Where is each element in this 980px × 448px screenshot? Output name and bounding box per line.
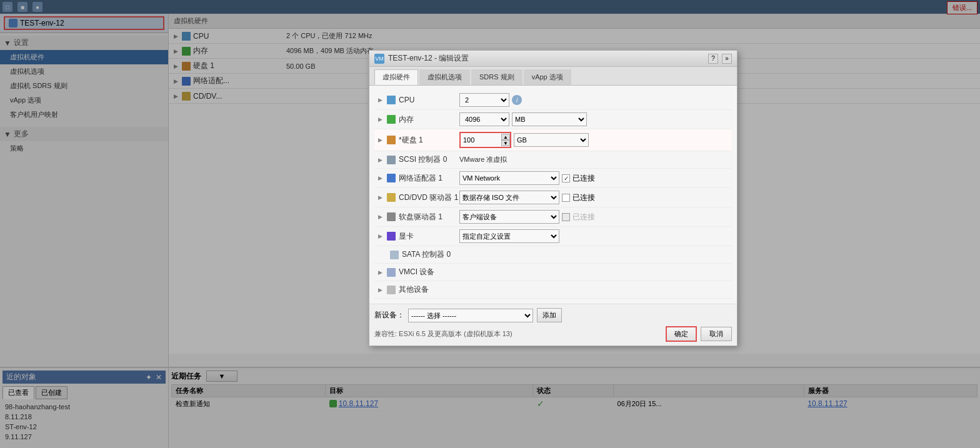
modal-expand-mem[interactable]: ▶ [378, 116, 382, 122]
modal-footer: 新设备： ------ 选择 ------ 添加 兼容性: ESXi 6.5 及… [369, 304, 737, 346]
tab-vapp-options[interactable]: vApp 选项 [524, 69, 571, 85]
modal-help-btn[interactable]: ? [708, 54, 718, 64]
modal-scsi-control: VMware 准虚拟 [459, 155, 728, 164]
new-device-label: 新设备： [374, 310, 404, 321]
display-select[interactable]: 指定自定义设置 [459, 229, 559, 243]
ok-button[interactable]: 确定 [666, 326, 697, 342]
add-device-button[interactable]: 添加 [537, 308, 562, 322]
modal-net-text: 网络适配器 1 [399, 173, 442, 184]
modal-row-display: ▶ 显卡 指定自定义设置 [374, 227, 732, 246]
modal-display-icon [387, 232, 396, 241]
modal-tabs: 虚拟硬件 虚拟机选项 SDRS 规则 vApp 选项 [369, 67, 737, 86]
new-device-select[interactable]: ------ 选择 ------ [408, 309, 533, 322]
modal-label-floppy: ▶ 软盘驱动器 1 [378, 212, 459, 222]
cd-connected-checkbox[interactable] [562, 194, 570, 202]
disk-size-input[interactable] [461, 133, 501, 147]
floppy-connected-label: 已连接 [572, 212, 595, 222]
modal-row-scsi: ▶ SCSI 控制器 0 VMware 准虚拟 [374, 151, 732, 169]
tab-sdrs-rules[interactable]: SDRS 规则 [471, 69, 522, 85]
disk-unit-select[interactable]: GBMBTB [514, 133, 589, 147]
modal-titlebar: VM TEST-env-12 - 编辑设置 ? » [369, 51, 737, 67]
modal-disk-text: *硬盘 1 [399, 135, 423, 146]
new-device-row: 新设备： ------ 选择 ------ 添加 [374, 308, 732, 322]
modal-expand-btn[interactable]: » [722, 54, 732, 64]
modal-cpu-icon [387, 96, 396, 104]
modal-floppy-control: 客户端设备 已连接 [459, 210, 728, 224]
modal-mem-control: 4096512102420488192 MBGB [459, 112, 728, 126]
modal-label-vmci: ▶ VMCI 设备 [378, 267, 459, 277]
modal-display-control: 指定自定义设置 [459, 229, 728, 243]
modal-expand-display[interactable]: ▶ [378, 233, 382, 239]
cancel-button[interactable]: 取消 [701, 327, 732, 341]
floppy-connected-checkbox[interactable] [562, 213, 570, 221]
modal-sata-icon [390, 251, 399, 259]
modal-cpu-control: 2148 i [459, 93, 728, 107]
cd-select[interactable]: 数据存储 ISO 文件 [459, 191, 559, 204]
modal-row-vmci: ▶ VMCI 设备 [374, 264, 732, 281]
cpu-info-icon[interactable]: i [512, 95, 522, 105]
modal-row-sata: SATA 控制器 0 [374, 246, 732, 264]
modal-vmci-icon [387, 268, 396, 277]
modal-controls: ? » [708, 54, 732, 64]
mem-value-select[interactable]: 4096512102420488192 [459, 112, 509, 126]
modal-action-buttons: 确定 取消 [666, 326, 732, 342]
modal-other-text: 其他设备 [399, 284, 429, 295]
modal-row-floppy: ▶ 软盘驱动器 1 客户端设备 已连接 [374, 207, 732, 227]
modal-expand-floppy[interactable]: ▶ [378, 214, 382, 220]
modal-other-icon [387, 286, 396, 294]
modal-disk-control: ▲ ▼ GBMBTB [459, 132, 728, 148]
modal-label-cpu: ▶ CPU [378, 96, 459, 104]
modal-row-other: ▶ 其他设备 [374, 281, 732, 299]
tab-virtual-hardware[interactable]: 虚拟硬件 [374, 69, 418, 85]
cpu-count-select[interactable]: 2148 [459, 93, 509, 107]
modal-expand-vmci[interactable]: ▶ [378, 269, 382, 276]
mem-unit-select[interactable]: MBGB [512, 112, 587, 126]
modal-floppy-text: 软盘驱动器 1 [399, 212, 442, 222]
disk-spin-btn[interactable]: ▲ ▼ [501, 134, 510, 146]
compat-label: 兼容性: ESXi 6.5 及更高版本 (虚拟机版本 13) [374, 329, 512, 339]
modal-row-cpu: ▶ CPU 2148 i [374, 91, 732, 110]
edit-settings-modal: VM TEST-env-12 - 编辑设置 ? » 虚拟硬件 虚拟机选项 SDR… [369, 50, 738, 346]
modal-label-sata: SATA 控制器 0 [378, 249, 459, 260]
modal-expand-disk[interactable]: ▶ [378, 137, 382, 143]
modal-label-disk: ▶ *硬盘 1 [378, 135, 459, 146]
modal-expand-scsi[interactable]: ▶ [378, 157, 382, 163]
modal-expand-other[interactable]: ▶ [378, 287, 382, 293]
modal-title-area: VM TEST-env-12 - 编辑设置 [374, 53, 469, 64]
scsi-value: VMware 准虚拟 [459, 155, 507, 164]
modal-sata-text: SATA 控制器 0 [402, 249, 451, 260]
modal-label-cd: ▶ CD/DVD 驱动器 1 [378, 192, 459, 203]
modal-label-mem: ▶ 内存 [378, 114, 459, 125]
modal-net-control: VM Network 已连接 [459, 171, 728, 185]
floppy-select[interactable]: 客户端设备 [459, 210, 559, 224]
modal-label-scsi: ▶ SCSI 控制器 0 [378, 154, 459, 165]
modal-row-mem: ▶ 内存 4096512102420488192 MBGB [374, 110, 732, 129]
modal-cd-control: 数据存储 ISO 文件 已连接 [459, 191, 728, 204]
modal-mem-icon [387, 115, 396, 124]
net-connected-label: 已连接 [572, 173, 595, 184]
disk-spin-down[interactable]: ▼ [501, 140, 510, 146]
net-select[interactable]: VM Network [459, 171, 559, 185]
tab-vm-options[interactable]: 虚拟机选项 [419, 69, 470, 85]
modal-scsi-icon [387, 156, 396, 164]
modal-disk-icon [387, 136, 396, 144]
modal-label-net: ▶ 网络适配器 1 [378, 173, 459, 184]
modal-hw-content: ▶ CPU 2148 i ▶ 内存 4096512102420488192 [369, 86, 737, 304]
modal-label-other: ▶ 其他设备 [378, 284, 459, 295]
modal-mem-text: 内存 [399, 114, 414, 125]
modal-expand-net[interactable]: ▶ [378, 175, 382, 181]
modal-row-disk: ▶ *硬盘 1 ▲ ▼ GBMBTB [374, 129, 732, 151]
modal-expand-cd[interactable]: ▶ [378, 194, 382, 201]
net-connected-checkbox[interactable] [562, 174, 570, 182]
modal-cd-icon [387, 193, 396, 202]
cd-connected-label: 已连接 [572, 192, 595, 203]
modal-display-text: 显卡 [399, 231, 414, 242]
modal-expand-cpu[interactable]: ▶ [378, 97, 382, 103]
disk-spin-up[interactable]: ▲ [501, 134, 510, 140]
modal-row-cd: ▶ CD/DVD 驱动器 1 数据存储 ISO 文件 已连接 [374, 188, 732, 207]
modal-title-text: TEST-env-12 - 编辑设置 [388, 53, 469, 64]
modal-scsi-text: SCSI 控制器 0 [399, 154, 447, 165]
modal-cpu-text: CPU [399, 96, 414, 104]
modal-vmci-text: VMCI 设备 [399, 267, 434, 277]
modal-cd-text: CD/DVD 驱动器 1 [399, 192, 458, 203]
